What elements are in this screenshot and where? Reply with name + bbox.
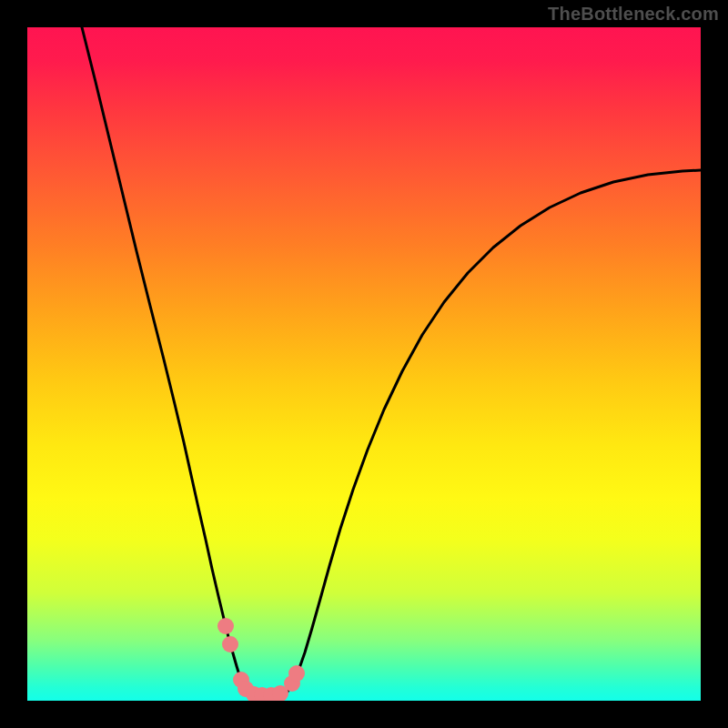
- bottleneck-curve: [82, 27, 701, 701]
- marker-dot: [217, 618, 234, 634]
- plot-area: [27, 27, 701, 701]
- dots-layer: [217, 618, 305, 701]
- chart-svg: [27, 27, 701, 701]
- marker-dot: [288, 665, 305, 682]
- marker-dot: [222, 636, 238, 652]
- chart-frame: TheBottleneck.com: [0, 0, 728, 728]
- watermark-text: TheBottleneck.com: [548, 4, 719, 25]
- curve-layer: [82, 27, 701, 701]
